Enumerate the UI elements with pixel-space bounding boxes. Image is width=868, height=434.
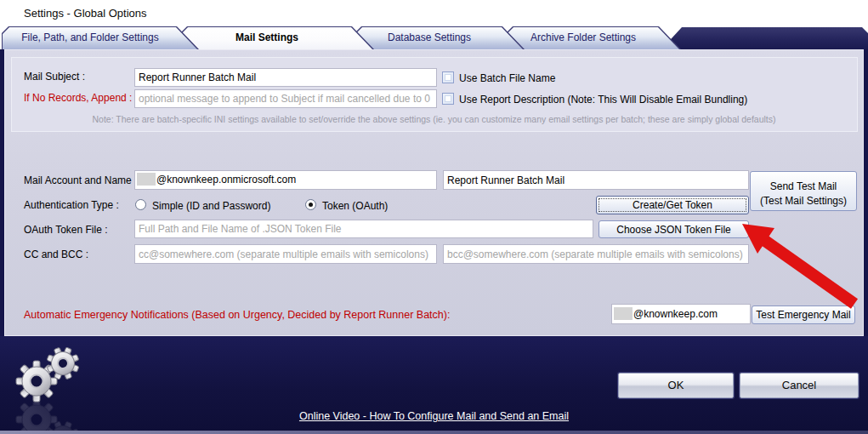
send-test-mail-button[interactable]: Send Test Mail(Test Mail Settings) <box>750 171 857 211</box>
mail-subject-label: Mail Subject : <box>24 71 85 83</box>
cc-bcc-label: CC and BCC : <box>24 248 88 260</box>
tab-database-settings[interactable]: Database Settings <box>355 26 525 49</box>
redacted-text <box>137 173 156 186</box>
create-get-token-button[interactable]: Create/Get Token <box>596 196 749 214</box>
batch-ini-note: Note: There are batch-specific INI setti… <box>5 114 863 124</box>
tab-mail-settings[interactable]: Mail Settings <box>180 26 374 49</box>
auth-token-radio[interactable] <box>305 199 316 210</box>
use-batch-file-name-checkbox[interactable] <box>442 71 454 83</box>
auth-token-label: Token (OAuth) <box>322 200 388 212</box>
send-test-mail-line1: Send Test Mail <box>770 180 837 192</box>
tab-label: Mail Settings <box>180 26 374 49</box>
mail-account-label: Mail Account and Name : <box>24 174 137 186</box>
tab-file-path-folder-settings[interactable]: File, Path, and Folder Settings <box>2 26 199 49</box>
bcc-input[interactable] <box>443 244 749 264</box>
oauth-token-file-input[interactable] <box>134 220 593 238</box>
tab-label: Archive Folder Settings <box>506 26 681 49</box>
tab-archive-folder-settings[interactable]: Archive Folder Settings <box>506 26 681 49</box>
oauth-token-file-label: OAuth Token File : <box>24 224 108 236</box>
mail-settings-panel: Mail Subject : Use Batch File Name If No… <box>4 49 864 336</box>
mail-account-value: @knownkeep.onmicrosoft.com <box>156 174 296 186</box>
footer-bar: OK Cancel Online Video - How To Configur… <box>0 336 868 434</box>
auth-simple-radio[interactable] <box>135 199 146 210</box>
cc-input[interactable] <box>134 244 437 264</box>
emergency-notifications-label: Automatic Emergency Notifications (Based… <box>24 309 450 321</box>
choose-json-token-file-button[interactable]: Choose JSON Token File <box>599 220 749 238</box>
ok-button[interactable]: OK <box>618 373 734 398</box>
if-no-records-label: If No Records, Append : <box>24 92 132 104</box>
test-emergency-mail-button[interactable]: Test Emergency Mail <box>752 306 855 324</box>
send-test-mail-line2: (Test Mail Settings) <box>760 195 847 207</box>
redacted-text <box>614 307 633 320</box>
auth-simple-label: Simple (ID and Password) <box>152 200 270 212</box>
use-report-description-label: Use Report Description (Note: This Will … <box>459 94 747 106</box>
tab-label: File, Path, and Folder Settings <box>2 26 199 49</box>
tab-label: Database Settings <box>355 26 525 49</box>
mail-subject-input[interactable] <box>134 68 437 87</box>
mail-account-field[interactable]: @knownkeep.onmicrosoft.com <box>134 170 437 190</box>
cancel-button[interactable]: Cancel <box>740 373 859 398</box>
window-bottom-edge <box>0 431 868 434</box>
window-title: Settings - Global Options <box>24 7 147 20</box>
emergency-email-field[interactable]: @knownkeep.com <box>611 304 751 324</box>
use-report-description-checkbox[interactable] <box>442 93 454 105</box>
online-video-link[interactable]: Online Video - How To Configure Mail and… <box>299 410 569 422</box>
mail-name-input[interactable] <box>443 170 749 190</box>
title-and-tab-strip: Settings - Global Options File, Path, an… <box>0 0 868 49</box>
tab-strip-filler <box>661 27 868 49</box>
authentication-type-label: Authentication Type : <box>24 199 119 211</box>
settings-window: Settings - Global Options File, Path, an… <box>0 0 868 434</box>
online-video-link-row: Online Video - How To Configure Mail and… <box>0 408 868 423</box>
emergency-email-value: @knownkeep.com <box>633 308 718 320</box>
if-no-records-input[interactable] <box>134 89 437 108</box>
use-batch-file-name-label: Use Batch File Name <box>459 72 555 84</box>
